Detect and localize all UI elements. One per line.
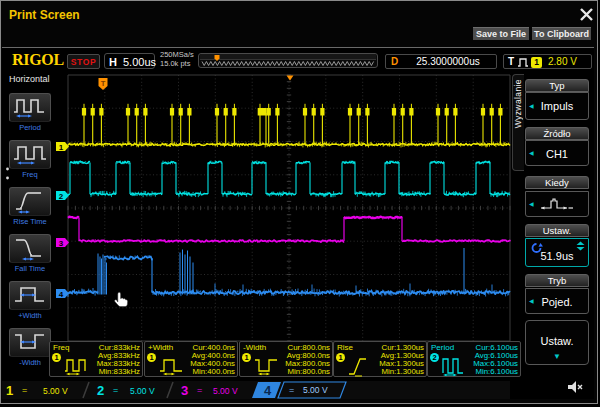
svg-text:4: 4: [264, 383, 272, 398]
svg-text:5.00 V: 5.00 V: [303, 385, 328, 395]
svg-text:=: =: [289, 385, 294, 395]
